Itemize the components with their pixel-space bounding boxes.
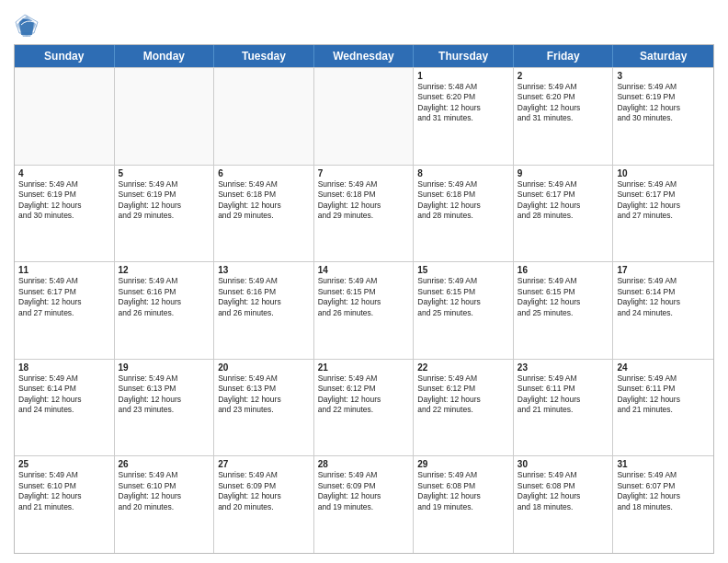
empty-cell	[115, 68, 215, 165]
day-cell-5: 5Sunrise: 5:49 AM Sunset: 6:19 PM Daylig…	[115, 166, 215, 262]
day-number: 26	[119, 459, 210, 469]
day-info: Sunrise: 5:49 AM Sunset: 6:18 PM Dayligh…	[218, 179, 310, 222]
day-info: Sunrise: 5:49 AM Sunset: 6:18 PM Dayligh…	[318, 179, 410, 222]
day-info: Sunrise: 5:49 AM Sunset: 6:19 PM Dayligh…	[119, 179, 210, 222]
day-cell-29: 29Sunrise: 5:49 AM Sunset: 6:08 PM Dayli…	[414, 456, 514, 553]
week-row-3: 11Sunrise: 5:49 AM Sunset: 6:17 PM Dayli…	[15, 261, 713, 359]
header-day-monday: Monday	[115, 45, 215, 67]
day-cell-16: 16Sunrise: 5:49 AM Sunset: 6:15 PM Dayli…	[514, 262, 614, 359]
page: SundayMondayTuesdayWednesdayThursdayFrid…	[0, 0, 728, 563]
day-cell-8: 8Sunrise: 5:49 AM Sunset: 6:18 PM Daylig…	[414, 166, 514, 262]
day-number: 15	[417, 265, 509, 275]
week-row-1: 1Sunrise: 5:48 AM Sunset: 6:20 PM Daylig…	[15, 67, 713, 165]
day-number: 17	[617, 265, 710, 275]
day-cell-22: 22Sunrise: 5:49 AM Sunset: 6:12 PM Dayli…	[414, 360, 514, 456]
day-info: Sunrise: 5:49 AM Sunset: 6:17 PM Dayligh…	[18, 276, 110, 318]
day-info: Sunrise: 5:48 AM Sunset: 6:20 PM Dayligh…	[417, 82, 509, 124]
day-number: 16	[518, 265, 609, 275]
day-info: Sunrise: 5:49 AM Sunset: 6:10 PM Dayligh…	[119, 470, 210, 512]
day-cell-4: 4Sunrise: 5:49 AM Sunset: 6:19 PM Daylig…	[15, 166, 115, 262]
week-row-2: 4Sunrise: 5:49 AM Sunset: 6:19 PM Daylig…	[15, 165, 713, 262]
day-number: 21	[318, 362, 410, 373]
day-cell-13: 13Sunrise: 5:49 AM Sunset: 6:16 PM Dayli…	[214, 262, 314, 359]
day-info: Sunrise: 5:49 AM Sunset: 6:09 PM Dayligh…	[318, 470, 410, 512]
calendar-header: SundayMondayTuesdayWednesdayThursdayFrid…	[15, 45, 713, 67]
day-number: 11	[18, 265, 110, 275]
day-number: 13	[218, 265, 310, 275]
day-number: 2	[518, 71, 609, 81]
day-cell-9: 9Sunrise: 5:49 AM Sunset: 6:17 PM Daylig…	[514, 166, 614, 262]
day-number: 29	[417, 459, 509, 469]
day-cell-31: 31Sunrise: 5:49 AM Sunset: 6:07 PM Dayli…	[613, 456, 713, 553]
header	[14, 9, 714, 39]
day-cell-21: 21Sunrise: 5:49 AM Sunset: 6:12 PM Dayli…	[314, 360, 415, 456]
day-cell-11: 11Sunrise: 5:49 AM Sunset: 6:17 PM Dayli…	[15, 262, 115, 359]
day-number: 31	[617, 459, 710, 469]
day-info: Sunrise: 5:49 AM Sunset: 6:17 PM Dayligh…	[518, 179, 609, 222]
header-day-wednesday: Wednesday	[314, 45, 415, 67]
logo	[14, 13, 43, 39]
day-cell-30: 30Sunrise: 5:49 AM Sunset: 6:08 PM Dayli…	[514, 456, 614, 553]
day-info: Sunrise: 5:49 AM Sunset: 6:12 PM Dayligh…	[318, 373, 410, 416]
day-info: Sunrise: 5:49 AM Sunset: 6:19 PM Dayligh…	[617, 82, 710, 124]
day-number: 8	[417, 168, 509, 178]
week-row-4: 18Sunrise: 5:49 AM Sunset: 6:14 PM Dayli…	[15, 359, 713, 456]
day-number: 24	[617, 362, 710, 373]
day-info: Sunrise: 5:49 AM Sunset: 6:15 PM Dayligh…	[417, 276, 509, 318]
day-info: Sunrise: 5:49 AM Sunset: 6:08 PM Dayligh…	[417, 470, 509, 512]
day-number: 4	[18, 168, 110, 178]
day-info: Sunrise: 5:49 AM Sunset: 6:09 PM Dayligh…	[218, 470, 310, 512]
day-info: Sunrise: 5:49 AM Sunset: 6:07 PM Dayligh…	[617, 470, 710, 512]
day-cell-20: 20Sunrise: 5:49 AM Sunset: 6:13 PM Dayli…	[214, 360, 314, 456]
day-cell-23: 23Sunrise: 5:49 AM Sunset: 6:11 PM Dayli…	[514, 360, 614, 456]
day-number: 12	[119, 265, 210, 275]
day-info: Sunrise: 5:49 AM Sunset: 6:11 PM Dayligh…	[518, 373, 609, 416]
logo-icon	[14, 13, 40, 39]
day-number: 9	[518, 168, 609, 178]
day-cell-28: 28Sunrise: 5:49 AM Sunset: 6:09 PM Dayli…	[314, 456, 415, 553]
day-number: 27	[218, 459, 310, 469]
day-info: Sunrise: 5:49 AM Sunset: 6:16 PM Dayligh…	[119, 276, 210, 318]
day-number: 25	[18, 459, 110, 469]
day-number: 3	[617, 71, 710, 81]
day-number: 19	[119, 362, 210, 373]
day-cell-19: 19Sunrise: 5:49 AM Sunset: 6:13 PM Dayli…	[115, 360, 215, 456]
day-cell-24: 24Sunrise: 5:49 AM Sunset: 6:11 PM Dayli…	[613, 360, 713, 456]
day-cell-15: 15Sunrise: 5:49 AM Sunset: 6:15 PM Dayli…	[414, 262, 514, 359]
calendar: SundayMondayTuesdayWednesdayThursdayFrid…	[14, 44, 714, 554]
header-day-saturday: Saturday	[613, 45, 713, 67]
empty-cell	[15, 68, 115, 165]
header-day-sunday: Sunday	[15, 45, 115, 67]
day-number: 1	[417, 71, 509, 81]
day-cell-14: 14Sunrise: 5:49 AM Sunset: 6:15 PM Dayli…	[314, 262, 415, 359]
day-number: 7	[318, 168, 410, 178]
day-info: Sunrise: 5:49 AM Sunset: 6:15 PM Dayligh…	[518, 276, 609, 318]
header-day-friday: Friday	[514, 45, 614, 67]
empty-cell	[214, 68, 314, 165]
day-info: Sunrise: 5:49 AM Sunset: 6:18 PM Dayligh…	[417, 179, 509, 222]
day-number: 28	[318, 459, 410, 469]
header-day-tuesday: Tuesday	[214, 45, 314, 67]
empty-cell	[314, 68, 415, 165]
day-info: Sunrise: 5:49 AM Sunset: 6:10 PM Dayligh…	[18, 470, 110, 512]
day-info: Sunrise: 5:49 AM Sunset: 6:20 PM Dayligh…	[518, 82, 609, 124]
day-number: 22	[417, 362, 509, 373]
calendar-body: 1Sunrise: 5:48 AM Sunset: 6:20 PM Daylig…	[15, 67, 713, 553]
day-info: Sunrise: 5:49 AM Sunset: 6:15 PM Dayligh…	[318, 276, 410, 318]
day-cell-3: 3Sunrise: 5:49 AM Sunset: 6:19 PM Daylig…	[613, 68, 713, 165]
day-cell-10: 10Sunrise: 5:49 AM Sunset: 6:17 PM Dayli…	[613, 166, 713, 262]
day-cell-26: 26Sunrise: 5:49 AM Sunset: 6:10 PM Dayli…	[115, 456, 215, 553]
day-number: 30	[518, 459, 609, 469]
day-info: Sunrise: 5:49 AM Sunset: 6:13 PM Dayligh…	[218, 373, 310, 416]
day-info: Sunrise: 5:49 AM Sunset: 6:17 PM Dayligh…	[617, 179, 710, 222]
week-row-5: 25Sunrise: 5:49 AM Sunset: 6:10 PM Dayli…	[15, 455, 713, 553]
day-info: Sunrise: 5:49 AM Sunset: 6:08 PM Dayligh…	[518, 470, 609, 512]
day-info: Sunrise: 5:49 AM Sunset: 6:11 PM Dayligh…	[617, 373, 710, 416]
day-info: Sunrise: 5:49 AM Sunset: 6:19 PM Dayligh…	[18, 179, 110, 222]
day-cell-2: 2Sunrise: 5:49 AM Sunset: 6:20 PM Daylig…	[514, 68, 614, 165]
day-cell-25: 25Sunrise: 5:49 AM Sunset: 6:10 PM Dayli…	[15, 456, 115, 553]
day-cell-7: 7Sunrise: 5:49 AM Sunset: 6:18 PM Daylig…	[314, 166, 415, 262]
header-day-thursday: Thursday	[414, 45, 514, 67]
day-number: 14	[318, 265, 410, 275]
day-cell-17: 17Sunrise: 5:49 AM Sunset: 6:14 PM Dayli…	[613, 262, 713, 359]
